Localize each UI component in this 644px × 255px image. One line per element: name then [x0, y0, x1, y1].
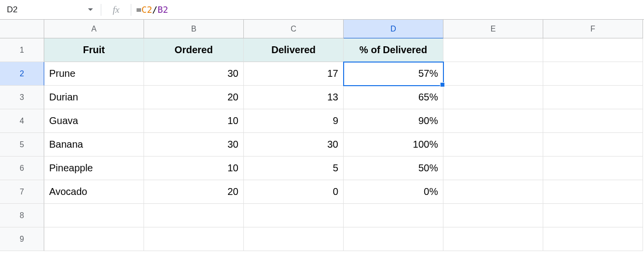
formula-ref-c2: C2: [142, 4, 152, 15]
cell-d3[interactable]: 65%: [344, 86, 443, 109]
cell-a6[interactable]: Pineapple: [44, 157, 144, 180]
cell-f5[interactable]: [543, 133, 643, 157]
cell-f6[interactable]: [543, 157, 643, 180]
cell-b5[interactable]: 30: [144, 133, 244, 157]
cell-e8[interactable]: [443, 204, 543, 227]
cell-b4[interactable]: 10: [144, 109, 244, 133]
cell-e1[interactable]: [443, 38, 543, 62]
cell-b3[interactable]: 20: [144, 86, 244, 109]
cell-f3[interactable]: [543, 86, 643, 109]
cell-b1[interactable]: Ordered: [144, 38, 244, 62]
cell-c8[interactable]: [244, 204, 344, 227]
cell-f2[interactable]: [543, 62, 643, 86]
row-header-2[interactable]: 2: [0, 62, 44, 86]
cell-e7[interactable]: [443, 180, 543, 204]
cell-d5[interactable]: 100%: [344, 133, 443, 157]
col-header-d[interactable]: D: [344, 20, 443, 38]
formula-input[interactable]: =C2/B2: [131, 0, 644, 19]
cell-d2[interactable]: 57%: [344, 62, 443, 86]
cell-b6[interactable]: 10: [144, 157, 244, 180]
cell-b8[interactable]: [144, 204, 244, 227]
cell-d1[interactable]: % of Delivered: [344, 38, 443, 62]
cell-b2[interactable]: 30: [144, 62, 244, 86]
cell-c5[interactable]: 30: [244, 133, 344, 157]
formula-prefix: =: [136, 4, 142, 15]
col-header-a[interactable]: A: [44, 20, 144, 38]
cell-c7[interactable]: 0: [244, 180, 344, 204]
cell-d6[interactable]: 50%: [344, 157, 443, 180]
cell-c1[interactable]: Delivered: [244, 38, 344, 62]
cell-d8[interactable]: [344, 204, 443, 227]
col-header-e[interactable]: E: [443, 20, 543, 38]
row-header-7[interactable]: 7: [0, 180, 44, 204]
cell-f9[interactable]: [543, 227, 643, 251]
cell-e3[interactable]: [443, 86, 543, 109]
cell-f1[interactable]: [543, 38, 643, 62]
name-box[interactable]: D2: [0, 0, 44, 19]
cell-c3[interactable]: 13: [244, 86, 344, 109]
cell-f4[interactable]: [543, 109, 643, 133]
formula-bar: D2 fx =C2/B2: [0, 0, 644, 20]
row-header-8[interactable]: 8: [0, 204, 44, 227]
cell-e6[interactable]: [443, 157, 543, 180]
col-header-b[interactable]: B: [144, 20, 244, 38]
cell-e2[interactable]: [443, 62, 543, 86]
chevron-down-icon: [88, 8, 93, 11]
cell-c6[interactable]: 5: [244, 157, 344, 180]
name-box-dropdown[interactable]: [44, 0, 101, 19]
cell-a9[interactable]: [44, 227, 144, 251]
row-header-9[interactable]: 9: [0, 227, 44, 251]
cell-a3[interactable]: Durian: [44, 86, 144, 109]
spreadsheet-grid[interactable]: A B C D E F 1 Fruit Ordered Delivered % …: [0, 20, 644, 251]
formula-operator: /: [152, 4, 158, 15]
cell-b9[interactable]: [144, 227, 244, 251]
col-header-f[interactable]: F: [543, 20, 643, 38]
cell-f8[interactable]: [543, 204, 643, 227]
cell-d7[interactable]: 0%: [344, 180, 443, 204]
cell-c9[interactable]: [244, 227, 344, 251]
row-header-4[interactable]: 4: [0, 109, 44, 133]
cell-a5[interactable]: Banana: [44, 133, 144, 157]
fx-icon: fx: [101, 4, 131, 15]
cell-a1[interactable]: Fruit: [44, 38, 144, 62]
cell-a4[interactable]: Guava: [44, 109, 144, 133]
cell-b7[interactable]: 20: [144, 180, 244, 204]
cell-c4[interactable]: 9: [244, 109, 344, 133]
cell-e9[interactable]: [443, 227, 543, 251]
row-header-5[interactable]: 5: [0, 133, 44, 157]
cell-a2[interactable]: Prune: [44, 62, 144, 86]
cell-c2[interactable]: 17: [244, 62, 344, 86]
row-header-3[interactable]: 3: [0, 86, 44, 109]
cell-e4[interactable]: [443, 109, 543, 133]
cell-d9[interactable]: [344, 227, 443, 251]
cell-f7[interactable]: [543, 180, 643, 204]
row-header-6[interactable]: 6: [0, 157, 44, 180]
row-header-1[interactable]: 1: [0, 38, 44, 62]
col-header-c[interactable]: C: [244, 20, 344, 38]
formula-ref-b2: B2: [157, 4, 168, 15]
cell-a8[interactable]: [44, 204, 144, 227]
cell-e5[interactable]: [443, 133, 543, 157]
cell-a7[interactable]: Avocado: [44, 180, 144, 204]
select-all-corner[interactable]: [0, 20, 44, 38]
cell-d4[interactable]: 90%: [344, 109, 443, 133]
